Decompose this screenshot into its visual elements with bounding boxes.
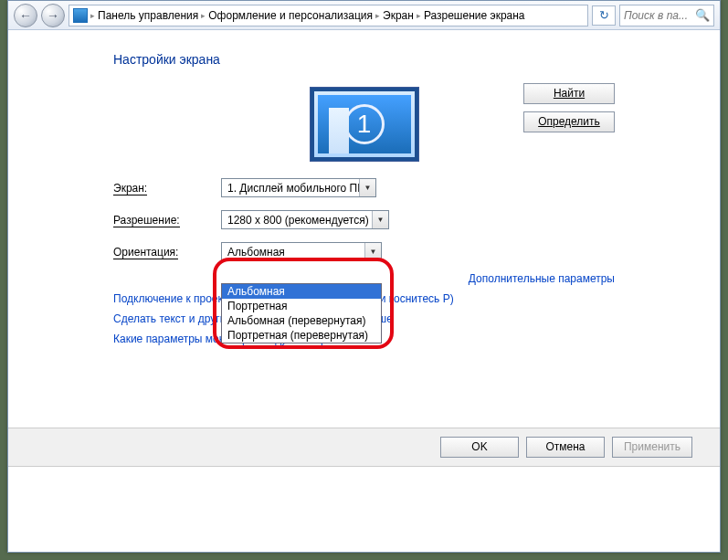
settings-form: Экран: 1. Дисплей мобильного ПК ▼ Разреш… xyxy=(113,178,615,261)
dropdown-option[interactable]: Альбомная xyxy=(222,284,381,299)
chevron-down-icon[interactable]: ▼ xyxy=(372,211,388,228)
search-input[interactable] xyxy=(624,9,695,22)
dropdown-option[interactable]: Альбомная (перевернутая) xyxy=(222,313,381,328)
orientation-label: Ориентация: xyxy=(113,246,221,259)
search-icon[interactable]: 🔍 xyxy=(695,8,710,22)
cancel-button[interactable]: Отмена xyxy=(526,437,605,458)
monitor-thumbnail[interactable]: 1 xyxy=(310,87,419,162)
back-button[interactable]: ← xyxy=(14,4,37,27)
chevron-right-icon: ▸ xyxy=(375,11,380,20)
content-area: Настройки экрана 1 Найти Определить Экра… xyxy=(8,30,720,428)
address-bar[interactable]: ▸ Панель управления ▸ Оформление и персо… xyxy=(69,5,588,26)
chevron-right-icon: ▸ xyxy=(201,11,206,20)
breadcrumb-item[interactable]: Оформление и персонализация xyxy=(208,9,373,22)
advanced-settings-link[interactable]: Дополнительные параметры xyxy=(469,272,615,285)
orientation-dropdown[interactable]: Альбомная Портретная Альбомная (переверн… xyxy=(221,283,382,343)
page-title: Настройки экрана xyxy=(113,52,720,67)
resolution-combobox[interactable]: 1280 x 800 (рекомендуется) ▼ xyxy=(221,210,389,229)
find-button[interactable]: Найти xyxy=(523,83,615,104)
display-combobox[interactable]: 1. Дисплей мобильного ПК ▼ xyxy=(221,178,376,197)
chevron-down-icon[interactable]: ▼ xyxy=(359,179,375,196)
resolution-label: Разрешение: xyxy=(113,214,221,227)
control-panel-icon xyxy=(73,8,88,23)
search-box[interactable]: 🔍 xyxy=(619,5,714,26)
navbar: ← → ▸ Панель управления ▸ Оформление и п… xyxy=(8,1,720,30)
breadcrumb-item[interactable]: Разрешение экрана xyxy=(424,9,525,22)
chevron-right-icon: ▸ xyxy=(417,11,421,20)
window: ← → ▸ Панель управления ▸ Оформление и п… xyxy=(7,0,721,553)
display-preview: 1 Найти Определить xyxy=(113,87,615,162)
display-label: Экран: xyxy=(113,182,221,195)
orientation-combobox[interactable]: Альбомная ▼ xyxy=(221,242,382,261)
monitor-number: 1 xyxy=(344,104,385,144)
forward-button[interactable]: → xyxy=(41,4,65,27)
chevron-right-icon: ▸ xyxy=(90,11,95,20)
ok-button[interactable]: OK xyxy=(440,437,519,458)
status-area xyxy=(8,466,720,552)
detect-button[interactable]: Определить xyxy=(523,111,615,132)
refresh-button[interactable]: ↻ xyxy=(592,5,616,26)
apply-button[interactable]: Применить xyxy=(612,437,692,458)
dropdown-option[interactable]: Портретная xyxy=(222,299,381,313)
dialog-footer: OK Отмена Применить xyxy=(8,428,720,466)
chevron-down-icon[interactable]: ▼ xyxy=(364,243,381,260)
monitor-desktop-icon xyxy=(329,108,349,153)
dropdown-option[interactable]: Портретная (перевернутая) xyxy=(222,328,381,343)
breadcrumb-item[interactable]: Панель управления xyxy=(98,9,198,22)
breadcrumb-item[interactable]: Экран xyxy=(383,9,414,22)
